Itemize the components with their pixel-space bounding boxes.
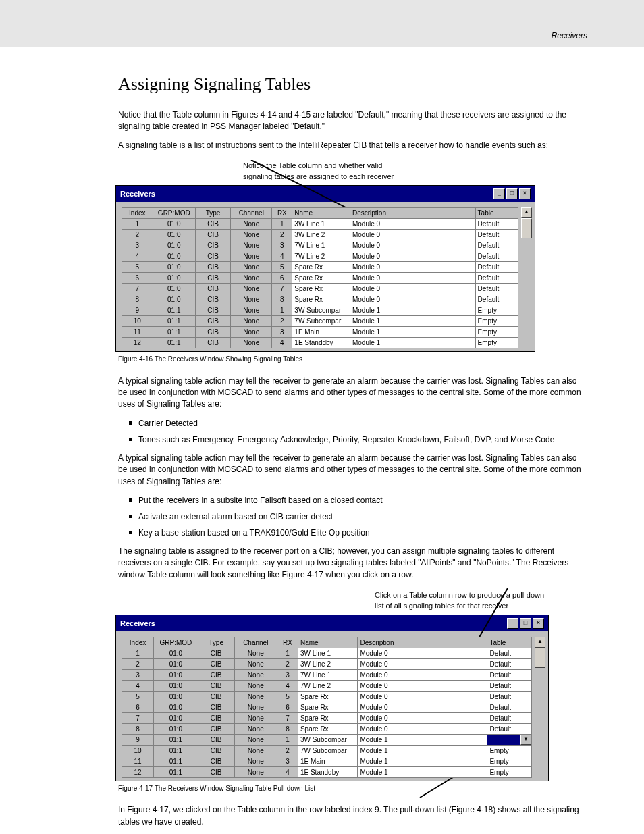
column-header[interactable]: GRP:MOD <box>153 208 195 219</box>
scroll-thumb[interactable] <box>535 648 545 668</box>
table-cell[interactable]: Module 0 <box>350 284 475 294</box>
table-cell[interactable]: 01:1 <box>154 745 198 756</box>
table-cell[interactable]: Empty <box>475 305 518 316</box>
table-cell[interactable]: Module 0 <box>358 669 487 680</box>
table-cell[interactable]: None <box>231 273 272 284</box>
table-cell[interactable]: CIB <box>195 305 230 316</box>
table-row[interactable]: 101:0CIBNone13W Line 1Module 0Default <box>122 219 518 230</box>
column-header[interactable]: RX <box>277 637 298 648</box>
table-cell[interactable]: CIB <box>195 219 230 230</box>
table-cell[interactable]: 10 <box>122 316 153 327</box>
column-header[interactable]: GRP:MOD <box>154 637 198 648</box>
table-cell[interactable]: Default <box>475 230 518 240</box>
scroll-thumb[interactable] <box>521 218 532 238</box>
table-cell[interactable]: Module 1 <box>358 745 487 756</box>
table-cell[interactable]: Module 0 <box>358 680 487 691</box>
table-cell[interactable]: None <box>234 658 277 669</box>
table-cell[interactable]: Spare Rx <box>298 723 358 734</box>
table-cell[interactable]: 3W Line 2 <box>292 230 350 240</box>
table-cell[interactable]: Module 0 <box>350 273 475 284</box>
table-cell[interactable]: 8 <box>277 723 298 734</box>
table-cell[interactable]: Module 1 <box>358 766 487 777</box>
table-cell[interactable]: Spare Rx <box>298 702 358 712</box>
table-cell[interactable]: Module 1 <box>358 756 487 766</box>
table-cell[interactable]: Default <box>487 712 532 723</box>
table-cell[interactable]: CIB <box>195 316 230 327</box>
column-header[interactable]: Index <box>122 208 153 219</box>
table-cell[interactable]: Module 0 <box>350 230 475 240</box>
vertical-scrollbar[interactable]: ▲ <box>535 637 545 778</box>
maximize-button[interactable]: □ <box>520 618 531 629</box>
table-cell[interactable]: 7W Subcompar <box>298 745 358 756</box>
table-cell[interactable]: 1E Main <box>298 756 358 766</box>
table-cell[interactable]: 01:0 <box>153 262 195 273</box>
table-cell[interactable]: 5 <box>122 262 153 273</box>
table-row[interactable]: 201:0CIBNone23W Line 2Module 0Default <box>122 230 518 240</box>
table-cell[interactable]: Default <box>487 691 532 702</box>
table-cell[interactable]: CIB <box>195 251 230 262</box>
table-cell[interactable]: Empty <box>475 338 518 348</box>
table-cell[interactable]: 3 <box>122 669 154 680</box>
table-cell[interactable]: Default <box>487 680 532 691</box>
minimize-button[interactable]: _ <box>507 618 518 629</box>
table-cell[interactable]: None <box>231 230 272 240</box>
table-cell[interactable]: 01:0 <box>154 658 198 669</box>
table-cell[interactable]: None <box>234 756 277 766</box>
table-cell[interactable]: Module 0 <box>350 262 475 273</box>
table-cell[interactable]: 4 <box>122 251 153 262</box>
table-cell[interactable]: 3W Line 1 <box>292 219 350 230</box>
table-cell[interactable]: None <box>234 702 277 712</box>
table-cell[interactable]: Spare Rx <box>298 712 358 723</box>
table-cell[interactable]: CIB <box>195 338 230 348</box>
table-row[interactable]: 801:0CIBNone8Spare RxModule 0Default <box>122 723 532 734</box>
table-cell[interactable]: 01:0 <box>154 669 198 680</box>
table-cell[interactable]: CIB <box>198 658 234 669</box>
table-row[interactable]: 1001:1CIBNone27W SubcomparModule 1Empty <box>122 745 532 756</box>
table-cell[interactable]: Default <box>475 294 518 305</box>
table-cell[interactable]: None <box>231 219 272 230</box>
table-cell[interactable]: 2 <box>272 230 292 240</box>
table-cell[interactable]: Empty <box>487 745 532 756</box>
table-cell[interactable]: 01:0 <box>153 240 195 251</box>
table-cell[interactable]: Spare Rx <box>292 284 350 294</box>
table-cell[interactable]: 8 <box>122 723 154 734</box>
table-cell[interactable]: None <box>234 745 277 756</box>
table-cell[interactable]: 01:1 <box>154 734 198 745</box>
table-cell[interactable]: 01:1 <box>153 327 195 338</box>
table-row[interactable]: 1201:1CIBNone41E StanddbyModule 1Empty <box>122 338 518 348</box>
table-cell[interactable]: 7 <box>122 284 153 294</box>
table-cell[interactable]: CIB <box>198 669 234 680</box>
table-cell[interactable]: 4 <box>277 680 298 691</box>
table-cell[interactable]: CIB <box>195 240 230 251</box>
table-cell[interactable]: 2 <box>122 230 153 240</box>
table-cell[interactable]: None <box>234 766 277 777</box>
table-row[interactable]: 401:0CIBNone47W Line 2Module 0Default <box>122 680 532 691</box>
table-cell[interactable]: 1E Standdby <box>292 338 350 348</box>
table-row[interactable]: 1001:1CIBNone27W SubcomparModule 1Empty <box>122 316 518 327</box>
table-cell[interactable]: 3W Subcompar <box>298 734 358 745</box>
table-cell[interactable]: CIB <box>198 756 234 766</box>
table-cell[interactable]: 3 <box>122 240 153 251</box>
table-cell[interactable]: None <box>234 648 277 658</box>
table-cell[interactable]: CIB <box>198 691 234 702</box>
table-cell[interactable]: None <box>231 338 272 348</box>
table-row[interactable]: 301:0CIBNone37W Line 1Module 0Default <box>122 669 532 680</box>
table-cell[interactable]: CIB <box>198 702 234 712</box>
table-row[interactable]: 1201:1CIBNone41E StanddbyModule 1Empty <box>122 766 532 777</box>
table-cell[interactable]: CIB <box>198 712 234 723</box>
table-row[interactable]: 301:0CIBNone37W Line 1Module 0Default <box>122 240 518 251</box>
table-cell[interactable]: 1 <box>122 219 153 230</box>
table-cell[interactable]: 3 <box>272 240 292 251</box>
table-cell[interactable]: 1 <box>277 648 298 658</box>
table-cell[interactable]: Module 1 <box>350 305 475 316</box>
table-cell[interactable]: 6 <box>277 702 298 712</box>
table-cell[interactable]: 3 <box>272 327 292 338</box>
table-cell[interactable]: 1 <box>277 734 298 745</box>
table-row[interactable]: 201:0CIBNone23W Line 2Module 0Default <box>122 658 532 669</box>
table-cell[interactable]: Empty <box>487 756 532 766</box>
table-cell[interactable]: 01:0 <box>153 230 195 240</box>
table-cell[interactable]: Default <box>487 723 532 734</box>
table-row[interactable]: 801:0CIBNone8Spare RxModule 0Default <box>122 294 518 305</box>
table-cell[interactable]: Module 1 <box>350 338 475 348</box>
column-header[interactable]: RX <box>272 208 292 219</box>
